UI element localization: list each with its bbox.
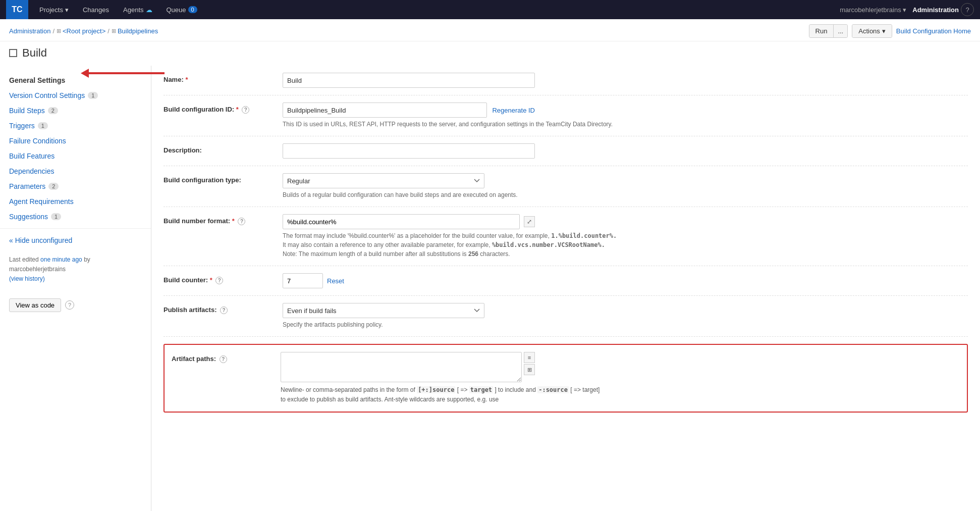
parameters-badge: 2	[48, 183, 59, 190]
form-row-build-config-id: Build configuration ID: * ? Regenerate I…	[164, 95, 968, 136]
build-counter-input[interactable]	[283, 273, 323, 288]
version-control-badge: 1	[88, 92, 98, 99]
form-row-build-counter: Build counter: * ? Reset	[164, 266, 968, 296]
agents-cloud-icon: ☁	[146, 6, 152, 14]
root-project-grid-icon: ⊞	[57, 28, 61, 34]
publish-artifacts-help-icon[interactable]: ?	[220, 306, 228, 314]
artifact-paths-help-icon[interactable]: ?	[220, 355, 227, 363]
description-label: Description:	[164, 143, 275, 154]
breadcrumb: Administration / ⊞ <Root project> / ⊞ Bu…	[9, 27, 158, 35]
sidebar-item-triggers[interactable]: Triggers 1	[0, 118, 151, 133]
sidebar-item-build-features[interactable]: Build Features	[0, 148, 151, 164]
build-number-format-input[interactable]	[283, 214, 520, 229]
projects-dropdown-icon: ▾	[65, 6, 69, 14]
breadcrumb-buildpipelines[interactable]: ⊞ Buildpipelines	[112, 27, 158, 35]
sidebar-bottom: View as code ?	[0, 291, 151, 319]
nav-projects[interactable]: Projects ▾	[32, 0, 76, 19]
reset-counter-link[interactable]: Reset	[327, 277, 344, 285]
build-config-type-select[interactable]: Regular Deployment Composite	[283, 173, 484, 188]
breadcrumb-bar: Administration / ⊞ <Root project> / ⊞ Bu…	[0, 19, 980, 41]
sidebar-item-build-steps[interactable]: Build Steps 2	[0, 103, 151, 118]
build-number-format-label: Build number format: * ?	[164, 214, 275, 225]
sidebar-item-dependencies[interactable]: Dependencies	[0, 164, 151, 179]
sidebar-divider	[0, 228, 151, 229]
buildpipelines-grid-icon: ⊞	[112, 28, 116, 34]
sidebar-meta: Last edited one minute ago by marcobehle…	[0, 248, 151, 291]
build-config-type-control: Regular Deployment Composite Builds of a…	[283, 173, 968, 199]
breadcrumb-root-project[interactable]: ⊞ <Root project>	[57, 27, 105, 35]
page-title-checkbox[interactable]	[9, 49, 17, 57]
build-number-format-hint: The format may include '%build.counter%'…	[283, 231, 968, 259]
nav-changes[interactable]: Changes	[76, 0, 116, 19]
form-row-description: Description:	[164, 136, 968, 166]
view-history-link[interactable]: (view history)	[9, 275, 45, 282]
nav-agents[interactable]: Agents ☁	[116, 0, 159, 19]
topnav-user[interactable]: marcobehlerjetbrains ▾	[836, 6, 910, 14]
build-config-id-hint: This ID is used in URLs, REST API, HTTP …	[283, 120, 968, 129]
topnav: TC Projects ▾ Changes Agents ☁ Queue 0 m…	[0, 0, 980, 19]
artifact-paths-inner: Artifact paths: ? ≡ ⊞ Newline- or comma-…	[172, 352, 960, 404]
form-row-build-number-format: Build number format: * ? ⤢ The format ma…	[164, 207, 968, 266]
breadcrumb-admin[interactable]: Administration	[9, 27, 50, 35]
page-title: Build	[22, 46, 47, 60]
build-counter-help-icon[interactable]: ?	[215, 277, 223, 284]
breadcrumb-actions: Run ... Actions ▾ Build Configuration Ho…	[809, 24, 971, 38]
build-counter-label: Build counter: * ?	[164, 273, 275, 284]
build-config-id-label: Build configuration ID: * ?	[164, 103, 275, 114]
build-config-home-link[interactable]: Build Configuration Home	[896, 27, 971, 35]
queue-badge: 0	[188, 6, 197, 13]
view-as-code-button[interactable]: View as code	[9, 298, 61, 312]
build-number-format-control: ⤢ The format may include '%build.counter…	[283, 214, 968, 259]
artifact-path-file-icon[interactable]: ≡	[524, 352, 535, 363]
artifact-paths-textarea[interactable]	[281, 352, 522, 382]
sidebar-item-general-settings[interactable]: General Settings	[0, 73, 151, 88]
topnav-admin-link[interactable]: Administration	[912, 6, 959, 14]
suggestions-badge: 1	[51, 213, 61, 220]
description-input[interactable]	[283, 143, 535, 159]
nav-queue[interactable]: Queue 0	[159, 0, 204, 19]
actions-button[interactable]: Actions ▾	[852, 25, 892, 37]
build-config-id-control: Regenerate ID This ID is used in URLs, R…	[283, 103, 968, 129]
name-label: Name: *	[164, 73, 275, 83]
build-number-format-help-icon[interactable]: ?	[238, 218, 245, 225]
hide-unconfigured-link[interactable]: « Hide unconfigured	[0, 233, 151, 248]
build-config-id-input[interactable]	[283, 103, 487, 118]
sidebar-item-failure-conditions[interactable]: Failure Conditions	[0, 133, 151, 148]
main-layout: General Settings Version Control Setting…	[0, 66, 980, 511]
artifact-path-tree-icon[interactable]: ⊞	[524, 364, 535, 375]
build-number-expand-icon[interactable]: ⤢	[524, 216, 535, 227]
last-edited-link[interactable]: one minute ago	[40, 256, 82, 263]
build-config-id-help-icon[interactable]: ?	[242, 106, 249, 114]
publish-artifacts-label: Publish artifacts: ?	[164, 303, 275, 314]
actions-dropdown-icon: ▾	[882, 27, 886, 35]
artifact-paths-control: ≡ ⊞ Newline- or comma-separated paths in…	[281, 352, 960, 404]
artifact-paths-hint: Newline- or comma-separated paths in the…	[281, 385, 960, 404]
build-config-type-hint: Builds of a regular build configuration …	[283, 190, 968, 199]
run-button[interactable]: Run	[809, 25, 834, 37]
logo[interactable]: TC	[6, 0, 28, 19]
name-required: *	[185, 76, 188, 83]
build-steps-badge: 2	[48, 107, 58, 114]
sidebar: General Settings Version Control Setting…	[0, 66, 151, 511]
page-title-bar: Build	[0, 41, 980, 66]
form-row-name: Name: *	[164, 66, 968, 95]
form-row-build-config-type: Build configuration type: Regular Deploy…	[164, 166, 968, 207]
sidebar-item-version-control[interactable]: Version Control Settings 1	[0, 88, 151, 103]
publish-artifacts-hint: Specify the artifacts publishing policy.	[283, 320, 968, 329]
sidebar-item-parameters[interactable]: Parameters 2	[0, 179, 151, 194]
publish-artifacts-control: Even if build fails Always Only if build…	[283, 303, 968, 329]
name-input[interactable]	[283, 73, 535, 88]
artifact-paths-label: Artifact paths: ?	[172, 352, 273, 363]
view-as-code-help-icon[interactable]: ?	[65, 300, 74, 310]
regenerate-id-link[interactable]: Regenerate ID	[492, 107, 535, 114]
build-counter-control: Reset	[283, 273, 968, 288]
form-row-publish-artifacts: Publish artifacts: ? Even if build fails…	[164, 296, 968, 337]
topnav-help-icon[interactable]: ?	[961, 3, 974, 16]
run-dots-button[interactable]: ...	[834, 25, 847, 37]
artifact-paths-section: Artifact paths: ? ≡ ⊞ Newline- or comma-…	[164, 344, 968, 413]
sidebar-item-suggestions[interactable]: Suggestions 1	[0, 209, 151, 224]
content-area: Name: * Build configuration ID: * ? Rege…	[151, 66, 980, 511]
publish-artifacts-select[interactable]: Even if build fails Always Only if build…	[283, 303, 484, 318]
description-control	[283, 143, 968, 159]
sidebar-item-agent-requirements[interactable]: Agent Requirements	[0, 194, 151, 209]
